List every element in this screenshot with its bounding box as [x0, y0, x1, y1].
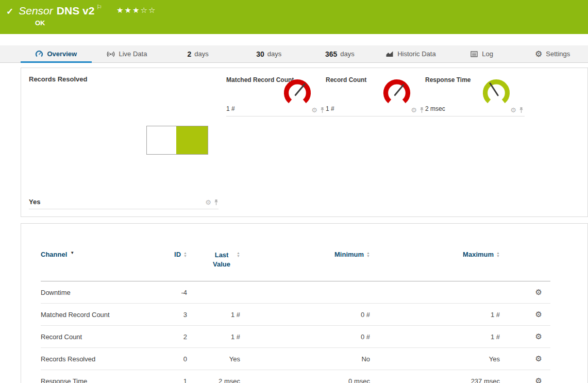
main-content: Records Resolved Yes ⚙ Matched Record Co…	[0, 63, 588, 383]
cell-minimum	[240, 281, 370, 304]
live-data-icon	[107, 50, 115, 58]
boolean-yes-segment	[176, 126, 208, 154]
stars-filled[interactable]: ★★★	[116, 6, 140, 14]
cell-id: 1	[155, 370, 187, 383]
records-resolved-widget[interactable]: Records Resolved Yes ⚙	[29, 75, 219, 209]
tab-2-days-label: days	[194, 50, 208, 58]
tab-365-days-number: 365	[325, 50, 337, 58]
cell-id: 0	[155, 348, 187, 370]
record-count-gauge[interactable]: Record Count 1 # ⚙	[326, 75, 425, 116]
log-list-icon	[470, 50, 478, 58]
tab-settings-label: Settings	[546, 50, 570, 58]
widget-gear-icon[interactable]: ⚙	[311, 107, 317, 113]
gauge-value: 1 #	[326, 105, 334, 112]
record-count-dial-icon	[382, 77, 412, 107]
ok-check-icon: ✓	[6, 6, 13, 17]
sensor-name: DNS v2	[57, 5, 95, 17]
widget-gear-icon[interactable]: ⚙	[411, 107, 417, 113]
header-spacer	[0, 34, 588, 45]
tab-2-days-number: 2	[187, 50, 191, 58]
stars-empty[interactable]: ☆☆	[140, 6, 156, 14]
cell-maximum: Yes	[370, 348, 500, 370]
sensor-header: ✓ Sensor DNS v2 ⚐ ★★★☆☆ OK	[0, 0, 588, 34]
tab-365-days[interactable]: 365 days	[305, 45, 376, 62]
flag-icon[interactable]: ⚐	[96, 4, 102, 11]
tab-2-days[interactable]: 2 days	[162, 45, 233, 62]
tab-365-days-label: days	[340, 50, 354, 58]
historic-data-chart-icon	[385, 50, 394, 58]
tab-historic-data-label: Historic Data	[397, 50, 435, 58]
sort-icon: ▲▼	[237, 252, 240, 258]
table-row-record-count: Record Count 2 1 # 0 # 1 # ⚙	[41, 326, 550, 348]
cell-minimum: No	[240, 348, 370, 370]
settings-gear-icon: ⚙	[535, 50, 542, 58]
sensor-type-label: Sensor	[19, 5, 53, 17]
widget-pin-icon[interactable]	[519, 107, 524, 113]
tab-bar: Overview Live Data 2 days 30 days 365 da…	[0, 45, 588, 63]
response-time-gauge[interactable]: Response Time 2 msec ⚙	[425, 75, 525, 116]
tab-30-days-number: 30	[256, 50, 264, 58]
column-header-last-value[interactable]: Last Value▲▼	[187, 251, 240, 281]
column-header-maximum-label: Maximum	[463, 251, 494, 258]
tab-settings[interactable]: ⚙ Settings	[517, 45, 588, 62]
table-row-response-time: Response Time 1 2 msec 0 msec 237 msec ⚙	[41, 370, 550, 383]
channel-settings-gear-icon[interactable]: ⚙	[535, 332, 542, 341]
channel-settings-gear-icon[interactable]: ⚙	[535, 288, 542, 296]
cell-id: 3	[155, 304, 187, 326]
widget-pin-icon[interactable]	[419, 107, 424, 113]
table-row-downtime: Downtime -4 ⚙	[41, 281, 550, 304]
matched-record-count-gauge[interactable]: Matched Record Count 1 # ⚙	[226, 75, 326, 116]
cell-minimum: 0 #	[240, 304, 370, 326]
widget-pin-icon[interactable]	[214, 199, 219, 206]
cell-minimum: 0 #	[240, 326, 370, 348]
priority-stars[interactable]: ★★★☆☆	[116, 6, 156, 15]
cell-channel: Response Time	[41, 370, 155, 383]
records-resolved-boolean-chart	[146, 126, 208, 155]
widget-gear-icon[interactable]: ⚙	[205, 199, 211, 206]
overview-gauge-icon	[35, 50, 43, 58]
tab-log-label: Log	[482, 50, 493, 58]
records-resolved-title: Records Resolved	[29, 75, 219, 83]
channels-panel: Channel▼ ID▲▼ Last Value▲▼ Minimum▲▼ Max…	[21, 223, 588, 383]
tab-30-days[interactable]: 30 days	[233, 45, 305, 62]
channel-settings-gear-icon[interactable]: ⚙	[535, 376, 542, 383]
tab-live-data-label: Live Data	[119, 50, 147, 58]
column-header-id-label: ID	[174, 251, 181, 258]
table-row-records-resolved: Records Resolved 0 Yes No Yes ⚙	[41, 348, 550, 370]
caret-down-icon: ▼	[70, 251, 74, 255]
tab-live-data[interactable]: Live Data	[92, 45, 163, 62]
cell-channel: Downtime	[41, 281, 155, 304]
records-resolved-value: Yes	[29, 198, 40, 206]
matched-record-count-dial-icon	[282, 77, 312, 107]
cell-maximum	[370, 281, 500, 304]
tab-log[interactable]: Log	[446, 45, 517, 62]
cell-channel: Matched Record Count	[41, 304, 155, 326]
cell-maximum: 237 msec	[370, 370, 500, 383]
channel-settings-gear-icon[interactable]: ⚙	[535, 354, 542, 363]
tab-overview[interactable]: Overview	[21, 45, 92, 62]
channels-table: Channel▼ ID▲▼ Last Value▲▼ Minimum▲▼ Max…	[41, 251, 550, 383]
cell-last-value	[187, 281, 240, 304]
column-header-actions	[500, 251, 550, 281]
column-header-channel[interactable]: Channel▼	[41, 251, 155, 281]
tab-overview-label: Overview	[47, 50, 77, 58]
sort-icon: ▲▼	[183, 252, 187, 258]
column-header-minimum[interactable]: Minimum▲▼	[240, 251, 370, 281]
gauge-value: 2 msec	[425, 105, 445, 112]
cell-maximum: 1 #	[370, 304, 500, 326]
column-header-maximum[interactable]: Maximum▲▼	[370, 251, 500, 281]
small-gauges-row: Matched Record Count 1 # ⚙ Record Count	[226, 75, 525, 116]
column-header-id[interactable]: ID▲▼	[155, 251, 187, 281]
cell-minimum: 0 msec	[240, 370, 370, 383]
widget-gear-icon[interactable]: ⚙	[510, 107, 516, 113]
table-header-row: Channel▼ ID▲▼ Last Value▲▼ Minimum▲▼ Max…	[41, 251, 550, 281]
sensor-status-badge: OK	[35, 19, 588, 27]
tab-historic-data[interactable]: Historic Data	[375, 45, 446, 62]
channel-settings-gear-icon[interactable]: ⚙	[535, 310, 542, 319]
cell-last-value: 2 msec	[187, 370, 240, 383]
tab-30-days-label: days	[267, 50, 281, 58]
column-header-minimum-label: Minimum	[334, 251, 364, 258]
column-header-last-value-label: Last Value	[209, 251, 234, 269]
sort-icon: ▲▼	[496, 252, 500, 258]
widget-pin-icon[interactable]	[320, 107, 325, 113]
